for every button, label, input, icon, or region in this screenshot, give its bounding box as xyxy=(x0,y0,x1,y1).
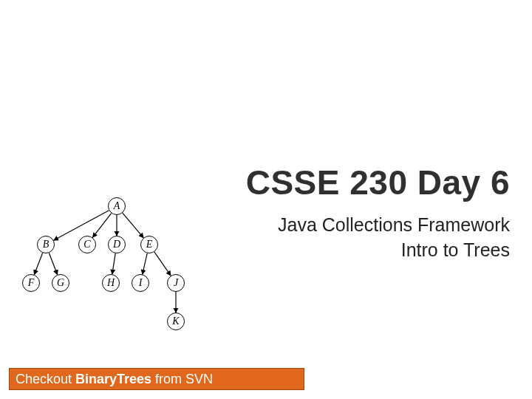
svg-line-6 xyxy=(112,253,115,274)
checkout-banner: Checkout BinaryTrees from SVN xyxy=(9,368,304,390)
svg-line-7 xyxy=(143,253,148,275)
svg-line-3 xyxy=(123,213,143,238)
svg-line-4 xyxy=(34,253,42,275)
slide-title: CSSE 230 Day 6 xyxy=(246,163,510,202)
tree-diagram: ABCDEFGHIJK xyxy=(22,197,200,345)
tree-node-e: E xyxy=(140,236,158,253)
subtitle-line-2: Intro to Trees xyxy=(278,238,510,263)
svg-line-1 xyxy=(92,214,111,238)
slide-subtitle: Java Collections Framework Intro to Tree… xyxy=(278,213,510,263)
tree-node-h: H xyxy=(102,274,120,292)
tree-node-i: I xyxy=(132,274,149,292)
svg-line-8 xyxy=(154,252,171,276)
tree-node-g: G xyxy=(52,274,69,292)
tree-node-b: B xyxy=(37,236,55,253)
tree-node-c: C xyxy=(78,236,96,253)
tree-node-k: K xyxy=(167,313,185,330)
footer-suffix: from SVN xyxy=(151,372,213,386)
tree-node-f: F xyxy=(22,274,40,292)
footer-bold: BinaryTrees xyxy=(75,372,151,386)
tree-node-d: D xyxy=(108,236,126,253)
footer-prefix: Checkout xyxy=(16,372,75,386)
svg-line-0 xyxy=(54,211,109,241)
tree-node-a: A xyxy=(108,197,126,215)
subtitle-line-1: Java Collections Framework xyxy=(278,213,510,238)
tree-node-j: J xyxy=(167,274,185,292)
svg-line-5 xyxy=(49,253,57,275)
